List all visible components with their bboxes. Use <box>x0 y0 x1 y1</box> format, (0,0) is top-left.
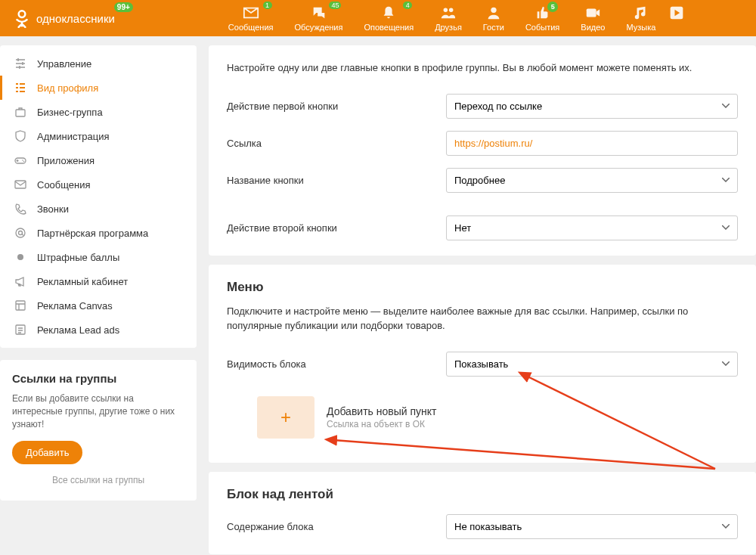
logo[interactable]: одноклассники 99+ <box>12 8 115 28</box>
menu-title: Меню <box>227 280 738 295</box>
nav-items: 1 Сообщения 45 Обсуждения 4 Оповещения Д… <box>228 5 685 32</box>
buttons-panel: Настройте одну или две главные кнопки в … <box>209 45 756 256</box>
ok-logo-icon <box>12 8 32 28</box>
sidebar-item-messages[interactable]: Сообщения <box>0 172 197 197</box>
nav-badge: 5 <box>547 2 558 12</box>
megaphone-icon <box>14 275 26 287</box>
nav-label: Друзья <box>435 23 462 32</box>
layout-icon <box>14 299 26 312</box>
sidebar-item-label: Администрация <box>37 131 110 142</box>
nav-label: Видео <box>581 23 605 32</box>
sidebar-item-label: Приложения <box>37 155 94 166</box>
briefcase-icon <box>14 106 26 118</box>
mail-icon <box>14 178 26 191</box>
links-desc: Если вы добавите ссылки на интересные гр… <box>12 392 184 430</box>
svg-rect-14 <box>16 301 25 310</box>
sidebar-item-label: Партнёрская программа <box>37 228 148 239</box>
svg-rect-6 <box>16 110 25 116</box>
right-column: Настройте одну или две главные кнопки в … <box>209 45 756 555</box>
menu-panel: Меню Подключите и настройте меню — выдел… <box>209 265 756 463</box>
add-item-sub: Ссылка на объект в ОК <box>327 419 437 429</box>
link-input[interactable] <box>446 131 738 156</box>
above-feed-title: Блок над лентой <box>227 487 738 502</box>
nav-video[interactable]: Видео <box>581 5 605 32</box>
nav-badge: 4 <box>403 2 412 9</box>
sidebar-item-penalties[interactable]: Штрафные баллы <box>0 245 197 269</box>
sidebar-item-label: Сообщения <box>37 179 91 191</box>
chat-icon <box>311 5 327 21</box>
friends-icon <box>440 5 457 21</box>
guest-icon <box>485 5 502 21</box>
add-menu-item[interactable]: + Добавить новый пункт Ссылка на объект … <box>227 389 738 442</box>
nav-label: Гости <box>483 23 504 32</box>
sidebar-item-label: Реклама Lead ads <box>37 324 119 336</box>
sidebar-item-label: Реклама Canvas <box>37 300 113 312</box>
sidebar-item-management[interactable]: Управление <box>0 51 197 76</box>
buttons-desc: Настройте одну или две главные кнопки в … <box>227 60 738 76</box>
logo-badge: 99+ <box>114 2 133 12</box>
nav-label: Музыка <box>626 23 655 32</box>
sidebar-item-leadads[interactable]: Реклама Lead ads <box>0 318 197 342</box>
svg-point-8 <box>22 160 23 161</box>
nav-badge: 1 <box>263 2 272 9</box>
nav-label: Сообщения <box>228 23 274 32</box>
sidebar-item-partner[interactable]: Партнёрская программа <box>0 221 197 245</box>
name-select[interactable]: Подробнее <box>446 168 738 193</box>
list-icon <box>14 82 26 94</box>
menu-desc: Подключите и настройте меню — выделите н… <box>227 304 738 333</box>
svg-point-2 <box>449 8 454 12</box>
at-icon <box>14 227 26 239</box>
logo-text: одноклассники <box>36 12 115 25</box>
bell-icon <box>380 5 397 21</box>
dot-icon <box>14 251 26 263</box>
add-link-button[interactable]: Добавить <box>12 441 82 464</box>
visibility-select[interactable]: Показывать <box>446 352 738 377</box>
visibility-label: Видимость блока <box>227 358 446 370</box>
plus-icon[interactable]: + <box>257 396 314 439</box>
sidebar-item-ads-cabinet[interactable]: Рекламный кабинет <box>0 269 197 293</box>
action2-select[interactable]: Нет <box>446 215 738 240</box>
nav-label: Обсуждения <box>295 23 343 32</box>
nav-badge: 45 <box>329 2 341 9</box>
all-groups-link[interactable]: Все ссылки на группы <box>12 464 184 488</box>
sidebar-item-label: Управление <box>37 58 91 70</box>
sidebar-item-admin[interactable]: Администрация <box>0 124 197 148</box>
nav-messages[interactable]: 1 Сообщения <box>228 5 274 32</box>
sidebar-item-calls[interactable]: Звонки <box>0 197 197 221</box>
settings-sidebar: Управление Вид профиля Бизнес-группа Адм… <box>0 45 197 348</box>
nav-play[interactable] <box>669 5 684 32</box>
nav-events[interactable]: 5 События <box>525 5 559 32</box>
svg-rect-4 <box>587 9 596 17</box>
sidebar-item-canvas[interactable]: Реклама Canvas <box>0 293 197 318</box>
action2-label: Действие второй кнопки <box>227 222 446 234</box>
nav-discussions[interactable]: 45 Обсуждения <box>295 5 343 32</box>
action1-select[interactable]: Переход по ссылке <box>446 94 738 119</box>
main-container: Управление Вид профиля Бизнес-группа Адм… <box>0 36 756 555</box>
nav-label: Оповещения <box>364 23 414 32</box>
nav-guests[interactable]: Гости <box>483 5 504 32</box>
sidebar-item-label: Штрафные баллы <box>37 252 119 263</box>
sidebar-item-label: Вид профиля <box>37 82 98 94</box>
svg-point-11 <box>16 228 25 237</box>
nav-friends[interactable]: Друзья <box>435 5 462 32</box>
sidebar-item-label: Звонки <box>37 203 69 215</box>
phone-icon <box>14 203 26 215</box>
svg-point-0 <box>19 11 26 17</box>
name-label: Название кнопки <box>227 175 446 186</box>
sidebar-item-apps[interactable]: Приложения <box>0 148 197 172</box>
content-label: Содержание блока <box>227 521 446 532</box>
left-column: Управление Вид профиля Бизнес-группа Адм… <box>0 45 197 555</box>
nav-label: События <box>525 23 559 32</box>
svg-point-9 <box>23 161 25 163</box>
video-icon <box>584 5 601 21</box>
sidebar-item-business[interactable]: Бизнес-группа <box>0 100 197 124</box>
sidebar-item-label: Рекламный кабинет <box>37 276 128 287</box>
shield-icon <box>14 130 26 142</box>
links-title: Ссылки на группы <box>12 372 184 385</box>
svg-point-13 <box>17 254 23 260</box>
sidebar-item-profile-view[interactable]: Вид профиля <box>0 76 197 100</box>
nav-notifications[interactable]: 4 Оповещения <box>364 5 414 32</box>
nav-music[interactable]: Музыка <box>626 5 655 32</box>
above-feed-panel: Блок над лентой Содержание блока Не пока… <box>209 472 756 554</box>
content-select[interactable]: Не показывать <box>446 514 738 539</box>
